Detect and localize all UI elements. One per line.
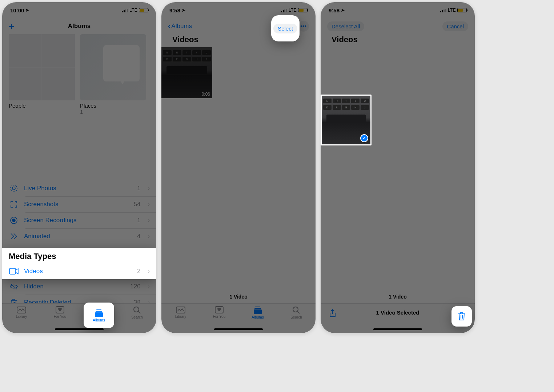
section-media-types: Media Types [2, 248, 156, 263]
video-icon [9, 268, 19, 275]
status-bar: 9:58 ➤ LTE [321, 2, 475, 18]
tab-label: Library [175, 315, 186, 319]
svg-rect-0 [9, 268, 16, 274]
page-title: Videos [321, 34, 475, 47]
tab-library[interactable]: Library [166, 306, 195, 333]
nav-bar: + Albums [2, 18, 156, 34]
svg-rect-17 [254, 308, 261, 309]
svg-point-1 [12, 187, 15, 190]
row-screenshots[interactable]: Screenshots 54 › [2, 196, 156, 212]
album-name: Places [80, 103, 146, 109]
tab-search[interactable]: Search [123, 306, 152, 333]
media-types-highlight: Media Types Videos 2 › [2, 248, 156, 279]
row-label: Animated [24, 233, 132, 240]
video-selected-highlight: ERTYU DFGHJ ✓ [321, 95, 373, 148]
album-people[interactable]: People [9, 34, 75, 115]
battery-icon [139, 8, 148, 12]
video-thumbnail-selected[interactable]: ERTYU DFGHJ ✓ [321, 95, 372, 145]
video-grid: ERTYU DFGHJ 0:06 [161, 47, 316, 98]
row-count: 1 [137, 217, 140, 224]
location-icon: ➤ [25, 8, 29, 13]
home-indicator[interactable] [373, 328, 422, 330]
albums-icon [253, 306, 263, 315]
back-button[interactable]: ‹ Albums [168, 21, 192, 31]
cancel-button[interactable]: Cancel [442, 21, 468, 31]
screen-albums: 10:00 ➤ LTE + Albums People Places 1 Med… [2, 2, 156, 333]
network-label: LTE [448, 8, 456, 13]
signal-icon [122, 8, 128, 12]
tab-label: Search [290, 315, 302, 319]
row-label: Hidden [24, 283, 125, 290]
row-live-photos[interactable]: Live Photos 1 › [2, 180, 156, 196]
tab-search[interactable]: Search [282, 306, 311, 333]
trash-highlight [451, 306, 472, 327]
network-label: LTE [129, 8, 137, 13]
location-icon: ➤ [341, 8, 345, 13]
tab-bar: Library For You Albums Search [161, 303, 316, 333]
screenshots-icon [9, 200, 19, 208]
svg-point-19 [293, 307, 298, 312]
select-button[interactable]: Select [273, 24, 297, 33]
chevron-right-icon: › [148, 233, 150, 240]
svg-point-2 [11, 185, 17, 192]
tab-label: For You [54, 315, 66, 319]
animated-icon [9, 233, 19, 240]
row-label: Screenshots [24, 201, 129, 208]
hidden-icon [9, 283, 19, 290]
tab-label: Albums [252, 315, 264, 319]
svg-rect-5 [17, 307, 26, 313]
albums-icon [94, 309, 104, 317]
row-count: 4 [137, 233, 140, 240]
for-you-icon [214, 306, 224, 314]
deselect-all-button[interactable]: Deselect All [327, 21, 364, 31]
page-title: Albums [2, 23, 156, 30]
checkmark-badge-icon: ✓ [360, 134, 368, 142]
svg-point-10 [134, 307, 139, 312]
album-places[interactable]: Places 1 [80, 34, 146, 115]
search-icon [133, 306, 141, 315]
svg-rect-16 [255, 307, 260, 307]
screen-videos: 9:58 ➤ LTE ‹ Albums Select ••• Videos ER… [161, 2, 316, 333]
row-count: 120 [130, 283, 140, 290]
battery-icon [457, 8, 467, 12]
chevron-right-icon: › [148, 217, 150, 224]
signal-icon [440, 8, 446, 12]
back-label: Albums [171, 23, 192, 30]
status-bar: 10:00 ➤ LTE [2, 2, 156, 18]
row-screen-recordings[interactable]: Screen Recordings 1 › [2, 212, 156, 228]
library-icon [16, 306, 27, 314]
signal-icon [281, 8, 287, 12]
video-thumbnail[interactable]: ERTYU DFGHJ 0:06 [161, 47, 212, 98]
row-count: 54 [134, 201, 141, 208]
video-count: 1 Video [321, 294, 475, 300]
row-label: Videos [24, 268, 132, 275]
network-label: LTE [289, 8, 297, 13]
tab-bar: Library For You Albums Search [2, 303, 156, 333]
select-highlight: Select [271, 15, 300, 41]
row-count: 1 [137, 185, 140, 192]
add-button[interactable]: + [9, 21, 14, 32]
for-you-icon [55, 306, 65, 314]
row-count: 2 [137, 268, 140, 275]
chevron-right-icon: › [148, 201, 150, 208]
svg-rect-14 [176, 307, 185, 313]
svg-rect-11 [96, 309, 101, 310]
albums-tab-highlight: Albums [84, 303, 114, 328]
library-icon [176, 306, 186, 314]
more-button[interactable]: ••• [298, 21, 309, 32]
tab-label: For You [213, 315, 225, 319]
tab-label: Albums [93, 318, 105, 322]
home-indicator[interactable] [214, 328, 263, 330]
row-hidden[interactable]: Hidden 120 › [2, 279, 156, 295]
live-photos-icon [9, 184, 19, 193]
row-videos[interactable]: Videos 2 › [2, 263, 156, 279]
video-duration: 0:06 [202, 92, 210, 97]
tab-library[interactable]: Library [7, 306, 36, 333]
chevron-right-icon: › [148, 268, 150, 275]
home-indicator[interactable] [55, 328, 104, 330]
row-label: Screen Recordings [24, 217, 132, 224]
svg-point-4 [12, 219, 15, 222]
svg-rect-12 [96, 311, 102, 312]
row-animated[interactable]: Animated 4 › [2, 228, 156, 244]
nav-bar: Deselect All Cancel [321, 18, 475, 34]
